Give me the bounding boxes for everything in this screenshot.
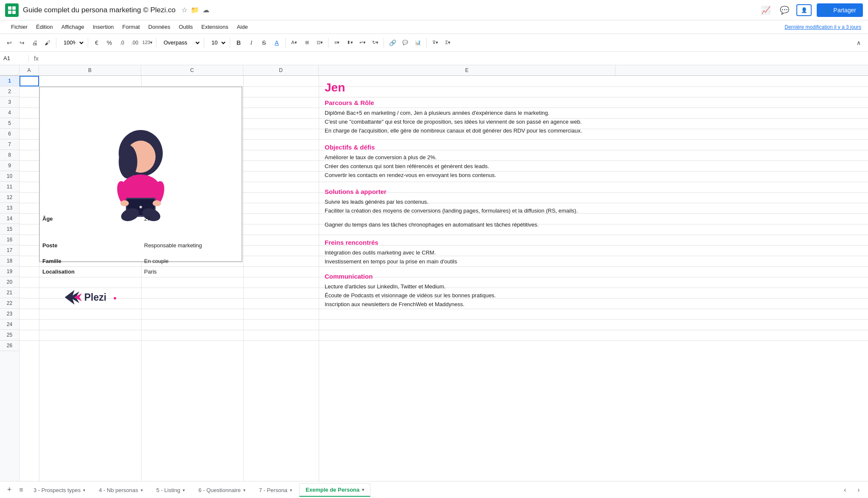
tab-next-button[interactable]: › (853, 484, 865, 496)
row-num-23[interactable]: 23 (0, 309, 19, 319)
row-num-25[interactable]: 25 (0, 330, 19, 340)
currency-button[interactable]: € (91, 37, 103, 49)
section-title-objectifs: Objectifs & défis (325, 144, 375, 151)
row-num-7[interactable]: 7 (0, 139, 19, 150)
row-num-4[interactable]: 4 (0, 108, 19, 118)
comment-add-button[interactable]: 💬 (399, 37, 411, 49)
undo-button[interactable]: ↩ (3, 37, 15, 49)
row-num-17[interactable]: 17 (0, 245, 19, 256)
paint-format-button[interactable]: 🖌 (42, 37, 53, 49)
col-header-d: D (243, 65, 319, 75)
row-num-9[interactable]: 9 (0, 160, 19, 171)
row-num-26[interactable]: 26 (0, 340, 19, 351)
cloud-icon[interactable]: ☁ (203, 6, 209, 14)
share-button[interactable]: 👤 Partager (817, 3, 863, 17)
menu-format[interactable]: Format (118, 22, 144, 32)
menu-edition[interactable]: Édition (32, 22, 57, 32)
hide-toolbar-button[interactable]: ∧ (853, 37, 865, 49)
row-num-20[interactable]: 20 (0, 277, 19, 288)
section-title-parcours: Parcours & Rôle (325, 99, 374, 106)
chart-insert-button[interactable]: 📊 (412, 37, 424, 49)
number-format-button[interactable]: 123▾ (142, 37, 153, 49)
row-num-2[interactable]: 2 (0, 86, 19, 97)
decimal-dec-button[interactable]: .0 (116, 37, 128, 49)
border-button[interactable]: ⊞ (301, 37, 313, 49)
strikethrough-button[interactable]: S (258, 37, 270, 49)
age-label: Âge (39, 213, 141, 224)
decimal-inc-button[interactable]: .00 (129, 37, 141, 49)
sheet-list-button[interactable]: ≡ (15, 484, 27, 496)
row-num-1[interactable]: 1 (0, 76, 19, 86)
tab-exemple-persona[interactable]: Exemple de Persona ▾ (299, 483, 370, 497)
font-size-select[interactable]: 10 (207, 37, 227, 49)
row-num-18[interactable]: 18 (0, 256, 19, 266)
solutions-line-4: Gagner du temps dans les tâches chronoph… (325, 221, 578, 230)
row-num-14[interactable]: 14 (0, 213, 19, 224)
communication-line-3: Inscription aux newsletters de FrenchWeb… (325, 300, 496, 309)
last-modified[interactable]: Dernière modification il y a 3 jours (785, 24, 861, 30)
row-num-10[interactable]: 10 (0, 171, 19, 182)
row-num-24[interactable]: 24 (0, 319, 19, 330)
percent-button[interactable]: % (103, 37, 115, 49)
selected-cell-a1 (19, 76, 39, 86)
persona-illustration (98, 124, 183, 225)
row-num-19[interactable]: 19 (0, 266, 19, 277)
fill-color-button[interactable]: A▾ (288, 37, 300, 49)
filter-button[interactable]: ⊽▾ (429, 37, 441, 49)
font-select[interactable]: Overpass (159, 37, 201, 49)
wrap-button[interactable]: ↵▾ (356, 37, 368, 49)
comment-icon[interactable]: 💬 (778, 3, 791, 17)
rotate-button[interactable]: ↻▾ (369, 37, 381, 49)
underline-button[interactable]: A (271, 37, 283, 49)
tab-prev-button[interactable]: ‹ (839, 484, 851, 496)
tab-persona[interactable]: 7 - Persona ▾ (253, 483, 298, 497)
poste-value: Responsable marketing (141, 235, 242, 256)
chart-icon[interactable]: 📈 (759, 3, 773, 17)
bold-button[interactable]: B (233, 37, 245, 49)
row-num-11[interactable]: 11 (0, 182, 19, 192)
row-num-8[interactable]: 8 (0, 150, 19, 160)
print-button[interactable]: 🖨 (29, 37, 41, 49)
redo-button[interactable]: ↪ (16, 37, 28, 49)
tab-nb-personas[interactable]: 4 - Nb personas ▾ (92, 483, 149, 497)
top-bar: Guide complet du persona marketing © Ple… (0, 0, 868, 20)
row-num-5[interactable]: 5 (0, 118, 19, 129)
add-sheet-button[interactable]: + (3, 484, 15, 496)
svg-point-2 (119, 145, 137, 179)
communication-line-1: Lecture d'articles sur LinkedIn, Twitter… (325, 282, 496, 291)
parcours-lines: Diplômé Bac+5 en marketing / com, Jen à … (325, 109, 582, 135)
link-button[interactable]: 🔗 (387, 37, 398, 49)
valign-button[interactable]: ⬍▾ (344, 37, 356, 49)
row-num-16[interactable]: 16 (0, 235, 19, 245)
spreadsheet-area: A B C D E 1 2 3 4 5 6 7 8 9 10 11 12 13 … (0, 65, 868, 498)
tab-questionnaire[interactable]: 6 - Questionnaire ▾ (192, 483, 252, 497)
star-icon[interactable]: ☆ (181, 6, 187, 14)
cell-reference-input[interactable] (3, 55, 29, 61)
align-button[interactable]: ≡▾ (331, 37, 343, 49)
app-icon (5, 3, 19, 17)
menu-aide[interactable]: Aide (233, 22, 252, 32)
menu-fichier[interactable]: Fichier (7, 22, 32, 32)
tab-listing[interactable]: 5 - Listing ▾ (150, 483, 191, 497)
merge-button[interactable]: ⊡▾ (314, 37, 326, 49)
row-num-12[interactable]: 12 (0, 192, 19, 203)
row-num-6[interactable]: 6 (0, 129, 19, 139)
menu-donnees[interactable]: Données (144, 22, 175, 32)
row-num-21[interactable]: 21 (0, 288, 19, 298)
communication-lines: Lecture d'articles sur LinkedIn, Twitter… (325, 282, 496, 309)
menu-insertion[interactable]: Insertion (89, 22, 118, 32)
menu-affichage[interactable]: Affichage (57, 22, 89, 32)
menu-outils[interactable]: Outils (175, 22, 197, 32)
row-num-3[interactable]: 3 (0, 97, 19, 108)
row-num-22[interactable]: 22 (0, 298, 19, 309)
tab-prospects-types[interactable]: 3 - Prospects types ▾ (27, 483, 92, 497)
menu-extensions[interactable]: Extensions (197, 22, 233, 32)
function-button[interactable]: Σ▾ (442, 37, 454, 49)
folder-icon[interactable]: 📁 (191, 6, 199, 14)
row-num-13[interactable]: 13 (0, 203, 19, 213)
section-title-solutions: Solutions à apporter (325, 188, 387, 195)
row-num-15[interactable]: 15 (0, 224, 19, 235)
italic-button[interactable]: I (245, 37, 257, 49)
zoom-select[interactable]: 100% (59, 37, 85, 49)
account-circle-icon[interactable]: 👤 (796, 4, 812, 16)
